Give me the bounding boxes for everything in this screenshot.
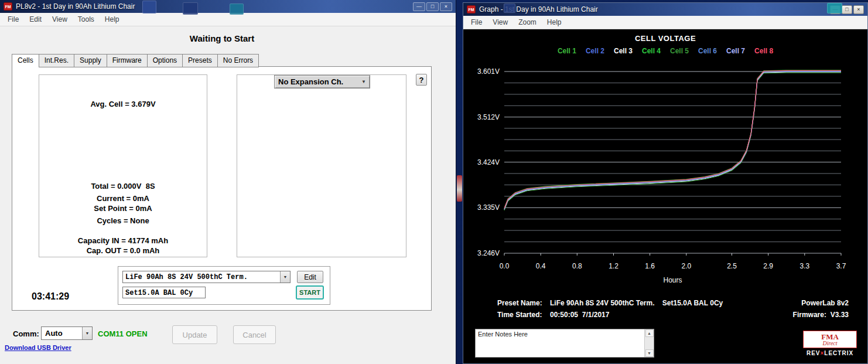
menu-tools[interactable]: Tools: [73, 13, 100, 25]
chevron-down-icon[interactable]: ▼: [82, 327, 92, 339]
menu-edit[interactable]: Edit: [24, 13, 47, 25]
preset-name-value: LiFe 90Ah 8S 24V 500thC Term. Set15.0A B…: [550, 299, 723, 307]
maximize-icon[interactable]: □: [842, 5, 852, 14]
graph-client-area: CELL VOLTAGE Cell 1Cell 2Cell 3Cell 4Cel…: [463, 29, 867, 363]
menu-help[interactable]: Help: [100, 13, 125, 25]
comm-label: Comm:: [13, 329, 39, 338]
menu-zoom[interactable]: Zoom: [513, 16, 542, 28]
help-button[interactable]: ?: [416, 74, 427, 86]
download-usb-driver-link[interactable]: Download USB Driver: [5, 344, 71, 351]
x-tick-label: 0.0: [500, 262, 510, 270]
pl8v2-window: FM PL8v2 - 1st Day in 90Ah Lithium Chair…: [0, 0, 456, 364]
close-icon[interactable]: ×: [853, 5, 864, 14]
tab-cells[interactable]: Cells: [12, 54, 39, 68]
update-button[interactable]: Update: [172, 325, 217, 344]
fma-logo-subtext: Direct: [822, 341, 837, 346]
menu-help[interactable]: Help: [542, 16, 567, 28]
pl8v2-window-title: PL8v2 - 1st Day in 90Ah Lithium Chair: [16, 2, 409, 11]
x-tick-label: 1.6: [645, 262, 655, 270]
x-tick-label: 0.4: [536, 262, 546, 270]
series-cell-7: [504, 72, 841, 210]
brand-pre: REV: [807, 350, 821, 356]
scroll-down-icon[interactable]: ▼: [645, 349, 654, 357]
pl8v2-titlebar[interactable]: FM PL8v2 - 1st Day in 90Ah Lithium Chair…: [0, 0, 456, 13]
fma-logo-text: FMA: [821, 333, 839, 341]
menu-view[interactable]: View: [487, 16, 513, 28]
tab-options[interactable]: Options: [147, 54, 182, 67]
close-icon[interactable]: ×: [440, 2, 452, 11]
menu-file[interactable]: File: [2, 13, 24, 25]
preset-group: LiFe 90Ah 8S 24V 500thC Term. ▼ Edit Set…: [118, 266, 330, 305]
y-tick-label: 3.512V: [477, 113, 500, 121]
chevron-down-icon[interactable]: ▼: [280, 271, 290, 283]
preset-dropdown[interactable]: LiFe 90Ah 8S 24V 500thC Term. ▼: [122, 271, 291, 283]
tab-int-res[interactable]: Int.Res.: [39, 54, 74, 67]
notes-placeholder: Enter Notes Here: [478, 331, 528, 338]
legend-cell-7: Cell 7: [726, 47, 745, 55]
legend-cell-5: Cell 5: [670, 47, 689, 55]
x-tick-label: 2.9: [763, 262, 773, 270]
y-tick-label: 3.601V: [477, 67, 500, 76]
cell-stats-panel: Avg. Cell = 3.679V Total = 0.000V 8S Cur…: [39, 74, 207, 257]
desktop-icon: [142, 1, 156, 13]
start-button[interactable]: START: [296, 285, 324, 300]
comm-port-dropdown[interactable]: Auto ▼: [41, 326, 93, 340]
x-tick-label: 2.0: [681, 262, 691, 270]
avg-cell-value: Avg. Cell = 3.679V: [39, 100, 207, 108]
x-tick-label: 2.5: [727, 262, 737, 270]
chart-legend: Cell 1Cell 2Cell 3Cell 4Cell 5Cell 6Cell…: [463, 47, 867, 55]
desktop-icon: [504, 4, 515, 13]
x-tick-label: 1.2: [609, 262, 618, 270]
minimize-icon[interactable]: —: [413, 2, 425, 11]
tab-presets[interactable]: Presets: [182, 54, 217, 67]
chart-title: CELL VOLTAGE: [463, 34, 867, 43]
total-voltage: Total = 0.000V 8S: [39, 182, 207, 190]
x-tick-label: 3.7: [836, 262, 846, 270]
revolectrix-brand: REV×LECTRIX: [803, 350, 857, 356]
scroll-up-icon[interactable]: ▲: [645, 329, 654, 337]
graph-window-title: Graph - 1st Day in 90Ah Lithium Chair: [479, 5, 826, 13]
desktop-icon: [230, 4, 244, 15]
y-tick-label: 3.246V: [477, 249, 500, 257]
x-tick-label: 3.3: [799, 262, 809, 270]
set-point-value: Set Point = 0mA: [39, 204, 207, 213]
edit-button[interactable]: Edit: [297, 271, 323, 283]
preset-dropdown-value: LiFe 90Ah 8S 24V 500thC Term.: [123, 271, 280, 283]
tab-supply[interactable]: Supply: [74, 54, 107, 67]
tab-bar: CellsInt.Res.SupplyFirmwareOptionsPreset…: [12, 54, 259, 67]
legend-cell-1: Cell 1: [558, 47, 576, 55]
y-tick-label: 3.335V: [477, 203, 500, 212]
graph-window: FM Graph - 1st Day in 90Ah Lithium Chair…: [463, 2, 868, 364]
status-heading: Waiting to Start: [0, 33, 444, 43]
notes-scrollbar[interactable]: ▲ ▼: [644, 329, 654, 357]
desktop-icon: [183, 2, 198, 15]
cancel-button[interactable]: Cancel: [233, 325, 276, 344]
fma-app-icon: FM: [467, 5, 476, 13]
firmware-version: Firmware: V3.33: [793, 311, 849, 319]
maximize-icon[interactable]: □: [426, 2, 439, 11]
device-name: PowerLab 8v2: [801, 299, 849, 307]
series-cell-3: [504, 72, 841, 210]
set-current-field[interactable]: Set15.0A BAL 0Cy: [122, 287, 206, 298]
legend-cell-2: Cell 2: [586, 47, 604, 55]
desktop-artifact: [457, 175, 462, 202]
menu-file[interactable]: File: [466, 16, 487, 28]
legend-cell-4: Cell 4: [642, 47, 661, 55]
series-cell-5: [504, 73, 841, 210]
x-tick-label: 0.8: [572, 262, 582, 270]
menu-view[interactable]: View: [47, 13, 73, 25]
current-value: Current = 0mA: [39, 194, 207, 203]
chevron-down-icon: ▼: [361, 79, 366, 84]
tab-firmware[interactable]: Firmware: [107, 54, 147, 67]
expansion-panel: No Expansion Ch. ▼: [237, 74, 406, 257]
capacity-out-value: Cap. OUT = 0.0 mAh: [39, 246, 207, 255]
y-tick-label: 3.424V: [477, 158, 500, 166]
expansion-channel-dropdown[interactable]: No Expansion Ch. ▼: [274, 75, 370, 89]
brand-post: LECTRIX: [824, 350, 853, 356]
notes-input[interactable]: Enter Notes Here ▲ ▼: [475, 329, 654, 358]
tab-no-errors[interactable]: No Errors: [217, 54, 259, 67]
graph-titlebar[interactable]: FM Graph - 1st Day in 90Ah Lithium Chair…: [463, 3, 867, 16]
legend-cell-6: Cell 6: [698, 47, 717, 55]
comm-port-value: Auto: [42, 327, 82, 339]
time-started-label: Time Started:: [497, 311, 542, 319]
